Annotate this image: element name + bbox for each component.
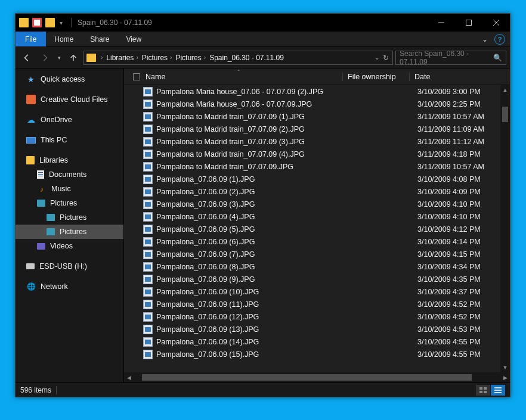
folder-icon xyxy=(86,54,96,62)
file-row[interactable]: Pampalona_07.06.09 (15).JPG3/10/2009 4:5… xyxy=(124,348,510,360)
maximize-button[interactable] xyxy=(455,14,482,32)
column-date[interactable]: Date xyxy=(409,73,510,81)
sidebar-item-label: Libraries xyxy=(39,156,68,164)
crumb-pictures-lib[interactable]: Pictures› xyxy=(142,54,175,62)
image-file-icon xyxy=(143,137,153,147)
file-date: 3/10/2009 4:52 PM xyxy=(417,300,510,309)
sidebar-item-pictures-child1[interactable]: Pictures xyxy=(16,210,123,225)
file-name: Pampalona_07.06.09 (3).JPG xyxy=(156,200,351,209)
sidebar-item-quick-access[interactable]: Quick access xyxy=(16,72,123,86)
file-row[interactable]: Pampalona_07.06.09 (11).JPG3/10/2009 4:5… xyxy=(124,298,510,310)
horizontal-scrollbar[interactable]: ◀ ▶ xyxy=(124,372,510,382)
file-row[interactable]: Pampalona Maria house_07.06 - 07.07.09 (… xyxy=(124,85,510,98)
sidebar-item-usb[interactable]: ESD-USB (H:) xyxy=(16,259,123,273)
image-file-icon xyxy=(143,312,153,322)
file-row[interactable]: Pampalona_07.06.09 (14).JPG3/10/2009 4:5… xyxy=(124,335,510,348)
view-details-button[interactable] xyxy=(491,385,505,396)
sidebar-item-documents[interactable]: Documents xyxy=(16,167,123,182)
properties-icon[interactable] xyxy=(32,18,42,27)
scroll-left-icon[interactable]: ◀ xyxy=(124,375,134,381)
scrollbar-track[interactable] xyxy=(142,372,500,382)
recent-dropdown-icon[interactable]: ▾ xyxy=(55,50,63,66)
image-file-icon xyxy=(143,112,153,122)
minimize-button[interactable] xyxy=(428,14,455,32)
status-bar: 596 items xyxy=(16,382,510,397)
file-row[interactable]: Pampalona_07.06.09 (7).JPG3/10/2009 4:15… xyxy=(124,248,510,260)
file-name: Pampalona_07.06.09 (10).JPG xyxy=(156,288,351,296)
qat-dropdown-icon[interactable]: ▾ xyxy=(58,20,64,26)
file-row[interactable]: Pampalona_07.06.09 (3).JPG3/10/2009 4:10… xyxy=(124,198,510,210)
svg-rect-6 xyxy=(494,390,502,391)
file-tab[interactable]: File xyxy=(16,32,46,46)
file-date: 3/10/2009 4:09 PM xyxy=(417,188,510,196)
scroll-up-icon[interactable]: ▲ xyxy=(500,85,510,95)
tab-share[interactable]: Share xyxy=(82,32,117,46)
address-bar[interactable]: › Libraries› Pictures› Pictures› Spain_0… xyxy=(83,51,393,65)
ribbon-expand-icon[interactable]: ⌄ xyxy=(477,32,493,46)
sidebar-item-videos[interactable]: Videos xyxy=(16,239,123,253)
crumb-sep[interactable]: › xyxy=(98,54,105,61)
sidebar-item-pictures-lib[interactable]: Pictures xyxy=(16,196,123,210)
image-file-icon xyxy=(143,325,153,334)
column-name[interactable]: Name xyxy=(143,73,342,81)
crumb-libraries[interactable]: Libraries› xyxy=(106,54,140,62)
file-row[interactable]: Pampalona_07.06.09 (2).JPG3/10/2009 4:09… xyxy=(124,185,510,198)
tab-home[interactable]: Home xyxy=(46,32,82,46)
scrollbar-thumb[interactable] xyxy=(142,374,472,381)
navigation-bar: ▾ › Libraries› Pictures› Pictures› Spain… xyxy=(16,47,510,69)
history-dropdown-icon[interactable]: ⌄ xyxy=(375,54,379,61)
file-row[interactable]: Pampalona to Madrid train_07.07.09 (2).J… xyxy=(124,123,510,135)
file-row[interactable]: Pampalona_07.06.09 (8).JPG3/10/2009 4:34… xyxy=(124,260,510,273)
image-file-icon xyxy=(143,275,153,284)
scroll-right-icon[interactable]: ▶ xyxy=(500,375,510,381)
pictures-icon xyxy=(37,200,45,207)
refresh-icon[interactable]: ↻ xyxy=(383,54,389,62)
onedrive-icon xyxy=(26,115,36,125)
sidebar-item-onedrive[interactable]: OneDrive xyxy=(16,113,123,127)
crumb-pictures[interactable]: Pictures› xyxy=(175,54,208,62)
file-row[interactable]: Pampalona_07.06.09 (10).JPG3/10/2009 4:3… xyxy=(124,285,510,298)
file-row[interactable]: Pampalona to Madrid train_07.07.09 (1).J… xyxy=(124,110,510,123)
crumb-current[interactable]: Spain_06.30 - 07.11.09 xyxy=(209,54,284,62)
explorer-window: ▾ Spain_06.30 - 07.11.09 File Home Share… xyxy=(15,13,510,397)
forward-button[interactable] xyxy=(37,50,52,66)
file-row[interactable]: Pampalona_07.06.09 (12).JPG3/10/2009 4:5… xyxy=(124,310,510,323)
back-button[interactable] xyxy=(19,50,35,66)
new-folder-icon[interactable] xyxy=(45,18,55,27)
view-thumbnails-button[interactable] xyxy=(476,385,490,396)
file-name: Pampalona to Madrid train_07.07.09 (2).J… xyxy=(156,125,351,133)
scrollbar-thumb[interactable] xyxy=(502,107,508,122)
sidebar-item-this-pc[interactable]: This PC xyxy=(16,133,123,147)
search-input[interactable]: Search Spain_06.30 - 07.11.09 🔍 xyxy=(395,51,506,65)
folder-icon[interactable] xyxy=(19,18,29,27)
tab-view[interactable]: View xyxy=(117,32,150,46)
select-all-checkbox[interactable] xyxy=(133,73,140,80)
file-row[interactable]: Pampalona Maria house_07.06 - 07.07.09.J… xyxy=(124,98,510,110)
scroll-down-icon[interactable]: ▼ xyxy=(500,363,510,372)
file-row[interactable]: Pampalona_07.06.09 (5).JPG3/10/2009 4:12… xyxy=(124,223,510,235)
pictures-icon xyxy=(47,228,55,235)
file-list[interactable]: Pampalona Maria house_07.06 - 07.07.09 (… xyxy=(124,85,510,372)
file-row[interactable]: Pampalona_07.06.09 (9).JPG3/10/2009 4:35… xyxy=(124,273,510,285)
file-row[interactable]: Pampalona_07.06.09 (1).JPG3/10/2009 4:08… xyxy=(124,173,510,185)
sidebar-item-music[interactable]: Music xyxy=(16,182,123,196)
help-icon[interactable]: ? xyxy=(494,34,505,45)
file-row[interactable]: Pampalona_07.06.09 (13).JPG3/10/2009 4:5… xyxy=(124,323,510,335)
close-button[interactable] xyxy=(482,14,510,32)
search-placeholder: Search Spain_06.30 - 07.11.09 xyxy=(400,49,493,66)
vertical-scrollbar[interactable]: ▲ ▼ xyxy=(500,85,510,372)
file-row[interactable]: Pampalona_07.06.09 (4).JPG3/10/2009 4:10… xyxy=(124,210,510,223)
scrollbar-track[interactable] xyxy=(500,95,510,363)
up-button[interactable] xyxy=(66,50,81,66)
sidebar-item-label: Documents xyxy=(49,170,86,179)
search-icon[interactable]: 🔍 xyxy=(493,54,502,62)
sidebar-item-creative-cloud[interactable]: Creative Cloud Files xyxy=(16,92,123,107)
file-row[interactable]: Pampalona_07.06.09 (6).JPG3/10/2009 4:14… xyxy=(124,235,510,248)
sidebar-item-network[interactable]: Network xyxy=(16,279,123,294)
sidebar-item-libraries[interactable]: Libraries xyxy=(16,153,123,167)
file-row[interactable]: Pampalona to Madrid train_07.07.09.JPG3/… xyxy=(124,160,510,173)
column-file-ownership[interactable]: File ownership xyxy=(342,73,409,81)
file-row[interactable]: Pampalona to Madrid train_07.07.09 (4).J… xyxy=(124,148,510,160)
sidebar-item-pictures-child2[interactable]: Pictures xyxy=(16,225,123,239)
file-row[interactable]: Pampalona to Madrid train_07.07.09 (3).J… xyxy=(124,135,510,148)
